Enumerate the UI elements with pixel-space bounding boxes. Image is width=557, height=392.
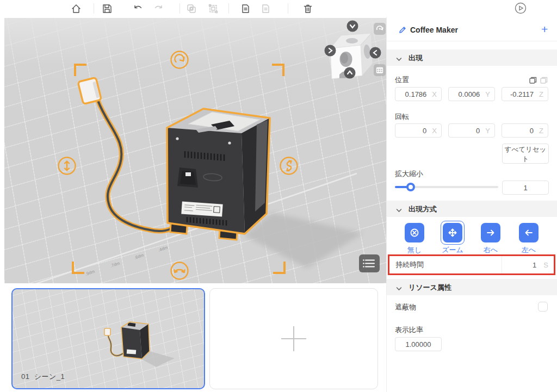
slider-handle[interactable] (406, 183, 415, 191)
redo-icon[interactable] (152, 3, 164, 15)
svg-text:.4dm: .4dm (158, 245, 169, 252)
object-shadow (244, 213, 363, 268)
paste-icon[interactable] (539, 76, 549, 85)
cube-rotate-left-icon[interactable] (370, 47, 381, 59)
layer-list-icon[interactable] (359, 254, 380, 272)
mode-label-zoom[interactable]: ズーム (434, 245, 472, 255)
resource-title: Coffee Maker (410, 26, 458, 34)
copy-icon[interactable] (528, 76, 538, 85)
rotate-icon[interactable] (169, 49, 190, 70)
toolbar-divider (288, 3, 288, 14)
flip-vertical-icon[interactable] (278, 155, 299, 176)
arrow-left-icon[interactable] (519, 223, 539, 242)
scene-index: 01 (21, 372, 29, 381)
selection-bracket-bottom-right (273, 262, 286, 274)
rotation-label: 回転 (395, 112, 409, 122)
power-cord (98, 101, 171, 231)
cube-rotate-up-icon[interactable] (344, 67, 356, 79)
rotation-z-input[interactable]: 0Z (502, 123, 548, 138)
inspector-panel: Coffee Maker + 出現 位置 0.1786X 0.0006Y -0.… (386, 17, 557, 392)
position-y-input[interactable]: 0.0006Y (448, 87, 495, 101)
scene-label: 01 シーン_1 (21, 372, 65, 382)
mode-label-left[interactable]: 左へ (510, 245, 548, 255)
cube-top-head (346, 38, 358, 43)
duration-label: 持続時間 (395, 260, 502, 270)
scene-editor-app: .9dm .7dm .6dm .4dm (0, 0, 557, 392)
grid-view-icon[interactable] (374, 64, 386, 76)
selection-bracket-top-left (74, 64, 86, 76)
duration-input[interactable]: 1 S (502, 256, 554, 273)
trash-icon[interactable] (302, 3, 314, 15)
reset-all-button[interactable]: すべてリセット (502, 144, 549, 164)
duration-row-highlight: 持続時間 1 S (388, 254, 555, 275)
reset-view-icon[interactable] (374, 23, 386, 35)
coffee-maker-model[interactable] (167, 109, 270, 240)
rotate-horizontal-icon[interactable] (169, 260, 190, 281)
chevron-down-icon (396, 55, 402, 59)
svg-text:.7dm: .7dm (110, 260, 121, 268)
inspector-header: Coffee Maker + (387, 19, 557, 41)
edit-name-icon[interactable] (398, 26, 407, 34)
arrow-right-icon[interactable] (481, 223, 500, 242)
rotation-x-input[interactable]: 0X (395, 123, 442, 138)
selection-bracket-bottom-left (72, 262, 84, 274)
chevron-down-icon (396, 284, 402, 289)
paste-doc-icon[interactable] (240, 3, 252, 15)
save-icon[interactable] (101, 3, 113, 15)
ruler-labels: .9dm .7dm .6dm .4dm (85, 245, 169, 276)
duplicate-icon[interactable] (185, 3, 197, 15)
power-plug[interactable] (78, 78, 101, 104)
mode-label-none[interactable]: 無し (395, 245, 434, 255)
toolbar-divider (94, 3, 94, 14)
display-ratio-label: 表示比率 (395, 325, 423, 335)
occluder-label: 遮蔽物 (395, 302, 416, 312)
cube-rotate-right-icon[interactable] (325, 45, 336, 57)
scale-label: 拡大縮小 (395, 169, 423, 179)
scale-value-input[interactable]: 1 (502, 181, 549, 195)
occluder-checkbox[interactable] (538, 302, 548, 312)
scale-slider[interactable] (395, 186, 498, 188)
top-toolbar (0, 0, 557, 17)
mode-label-right[interactable]: 右へ (472, 245, 510, 255)
scene-name: シーン_1 (34, 372, 65, 381)
home-icon[interactable] (70, 3, 82, 15)
display-ratio-input[interactable]: 1.00000 (395, 337, 442, 351)
move-zoom-icon[interactable] (443, 223, 462, 242)
section-appearance[interactable]: 出現 (387, 49, 557, 66)
undo-icon[interactable] (132, 3, 144, 15)
rotation-y-input[interactable]: 0Y (448, 123, 495, 138)
3d-viewport[interactable]: .9dm .7dm .6dm .4dm (4, 18, 386, 283)
add-scene-card[interactable] (209, 288, 378, 389)
copy-transform-icons[interactable] (528, 76, 550, 85)
play-icon[interactable] (514, 2, 527, 15)
svg-text:.9dm: .9dm (85, 269, 96, 276)
selection-bracket-top-right (272, 64, 284, 76)
section-appear-mode[interactable]: 出現方式 (387, 201, 557, 217)
position-z-input[interactable]: -0.2117Z (502, 87, 548, 101)
section-resource-attrs[interactable]: リソース属性 (387, 279, 557, 295)
move-vertical-icon[interactable] (57, 155, 77, 176)
scene-thumbnail-1[interactable]: 01 シーン_1 (11, 288, 205, 389)
toolbar-divider (228, 3, 229, 14)
copy-doc-icon[interactable] (260, 3, 272, 15)
add-resource-button[interactable]: + (541, 23, 548, 36)
position-x-input[interactable]: 0.1786X (395, 87, 442, 101)
duration-unit: S (543, 261, 548, 269)
toolbar-divider (180, 3, 180, 14)
chevron-down-icon (396, 206, 402, 210)
scene-filmstrip: 01 シーン_1 (0, 283, 386, 392)
svg-text:.6dm: .6dm (134, 252, 145, 260)
cube-rotate-down-icon[interactable] (347, 21, 358, 32)
none-icon[interactable] (405, 223, 424, 242)
plus-icon (281, 326, 306, 351)
position-label: 位置 (395, 75, 409, 85)
view-cube-gizmo[interactable] (317, 18, 386, 89)
group-select-icon[interactable] (207, 3, 219, 15)
